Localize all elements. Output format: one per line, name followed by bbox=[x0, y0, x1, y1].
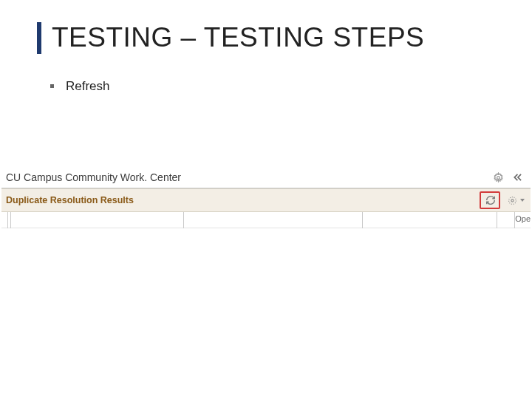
slide: TESTING – TESTING STEPS Refresh CU Campu… bbox=[0, 0, 532, 399]
workcenter-screenshot: CU Campus Community Work. Center Duplica… bbox=[1, 168, 531, 228]
column-divider bbox=[362, 212, 363, 228]
workcenter-title: CU Campus Community Work. Center bbox=[6, 171, 181, 183]
column-divider-row: Ope bbox=[1, 212, 531, 228]
settings-gear-icon[interactable] bbox=[493, 172, 504, 183]
bullet-list: Refresh bbox=[0, 79, 532, 94]
section-header: Duplicate Resolution Results bbox=[1, 188, 531, 212]
truncated-column-label: Ope bbox=[515, 214, 531, 223]
svg-point-3 bbox=[508, 197, 516, 204]
title-accent-bar bbox=[37, 22, 41, 54]
bullet-item: Refresh bbox=[50, 79, 532, 94]
collapse-chevron-icon[interactable] bbox=[513, 172, 523, 183]
dropdown-caret-icon bbox=[520, 199, 525, 202]
column-divider bbox=[183, 212, 184, 228]
svg-point-2 bbox=[511, 199, 513, 201]
column-divider bbox=[10, 212, 11, 228]
bullet-text: Refresh bbox=[66, 79, 110, 94]
column-divider bbox=[497, 212, 497, 228]
refresh-icon[interactable] bbox=[483, 194, 498, 207]
section-settings-button[interactable] bbox=[503, 194, 525, 207]
gear-icon bbox=[505, 194, 519, 207]
section-title: Duplicate Resolution Results bbox=[6, 195, 134, 205]
slide-title: TESTING – TESTING STEPS bbox=[52, 22, 424, 54]
bullet-dot-icon bbox=[50, 84, 54, 88]
title-block: TESTING – TESTING STEPS bbox=[0, 22, 532, 54]
column-divider bbox=[7, 212, 8, 228]
refresh-highlight-box bbox=[480, 191, 500, 209]
svg-point-0 bbox=[497, 176, 500, 179]
workcenter-header: CU Campus Community Work. Center bbox=[1, 168, 531, 188]
